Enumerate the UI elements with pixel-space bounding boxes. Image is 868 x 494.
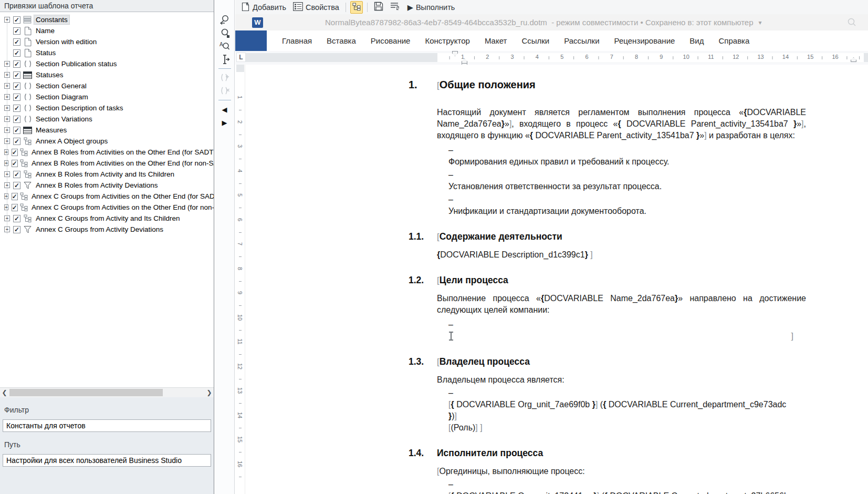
tree-item[interactable]: +✓Statuses [0,69,214,80]
checkbox[interactable]: ✓ [13,105,20,112]
ribbon-tab-конструктор[interactable]: Конструктор [417,36,477,45]
checkbox[interactable]: ✓ [13,83,20,90]
tree-item[interactable]: +✓Annex C Groups from Activity Deviation… [0,224,214,235]
expand-plus-icon[interactable]: + [4,227,10,232]
expand-plus-icon[interactable]: + [4,127,10,133]
search-icon[interactable] [847,17,856,28]
tree-item-label[interactable]: Constants [34,15,69,24]
checkbox[interactable]: ✓ [13,16,20,24]
checkbox[interactable]: ✓ [13,226,20,233]
ribbon-tab-рецензирование[interactable]: Рецензирование [607,36,683,45]
expand-plus-icon[interactable]: + [4,160,8,166]
horizontal-scrollbar[interactable]: ❮ ❯ [0,387,214,397]
tree-item[interactable]: +✓Section Variations [0,114,214,125]
bindings-tree[interactable]: +✓Constants✓Name✓Version with edition✓St… [0,12,214,387]
ribbon-tab-рассылки[interactable]: Рассылки [557,36,606,45]
checkbox[interactable]: ✓ [13,182,20,189]
tree-item-label[interactable]: Annex B Roles from Activities on the Oth… [30,148,214,157]
filter-input[interactable] [3,419,211,432]
tree-item[interactable]: +✓Measures [0,125,214,136]
tree-item-label[interactable]: Annex B Roles from Activities on the Oth… [30,159,214,168]
expand-plus-icon[interactable]: + [4,171,10,177]
nav-forward-icon[interactable]: ▶ [218,116,232,129]
tree-item-label[interactable]: Annex A Object groups [34,137,109,146]
expand-plus-icon[interactable]: + [4,61,10,67]
scroll-right-icon[interactable]: ❯ [205,388,214,397]
search-text-icon[interactable]: A [218,40,232,53]
properties-button[interactable]: Свойства [291,1,341,14]
expand-plus-icon[interactable]: + [4,83,10,89]
ribbon-tab-справка[interactable]: Справка [712,36,757,45]
checkbox[interactable]: ✓ [13,49,20,57]
run-settings-button[interactable] [388,1,403,14]
expand-plus-icon[interactable]: + [4,182,10,188]
tree-item[interactable]: +✓Annex C Groups from Activities on the … [0,202,214,213]
ribbon-tab-ссылки[interactable]: Ссылки [514,36,557,45]
chevron-down-icon[interactable]: ▾ [759,19,762,26]
tree-item[interactable]: ✓Version with edition [0,36,214,47]
checkbox[interactable]: ✓ [13,71,20,79]
tree-item[interactable]: +✓Annex C Groups from Activity and Its C… [0,213,214,224]
tree-item[interactable]: +✓Annex C Groups from Activities on the … [0,191,214,202]
bindings-toggle-button[interactable] [350,1,363,14]
expand-plus-icon[interactable]: + [4,17,10,23]
tree-item-label[interactable]: Section General [34,81,88,90]
file-tab[interactable] [235,30,267,51]
nav-back-icon[interactable]: ◀ [218,103,232,116]
ribbon-tab-рисование[interactable]: Рисование [363,36,418,45]
ribbon-tab-вставка[interactable]: Вставка [319,36,363,45]
document-page[interactable]: 1.[Общие положенияНастоящий документ явл… [245,65,868,494]
checkbox[interactable]: ✓ [13,116,20,123]
tree-item-label[interactable]: Annex C Groups from Activities on the Ot… [30,203,214,212]
tree-item[interactable]: +✓Section Publication status [0,58,214,69]
tree-item[interactable]: +✓Annex A Object groups [0,136,214,147]
tab-selector[interactable]: L [236,53,246,62]
tree-item-label[interactable]: Annex C Groups from Activity Deviations [34,225,165,234]
add-button[interactable]: Добавить [239,1,288,14]
expand-plus-icon[interactable]: + [4,105,10,111]
scrollbar-thumb[interactable] [9,389,163,396]
expand-plus-icon[interactable]: + [4,204,8,210]
tree-item[interactable]: +✓Annex B Roles from Activities on the O… [0,158,214,169]
tree-item-label[interactable]: Annex C Groups from Activity and Its Chi… [34,214,182,223]
tree-item[interactable]: +✓Annex B Roles from Activities on the O… [0,147,214,158]
tree-item[interactable]: +✓Annex B Roles from Activity Deviations [0,180,214,191]
tree-item-label[interactable]: Annex B Roles from Activity and Its Chil… [34,170,176,179]
checkbox[interactable]: ✓ [12,160,18,167]
checkbox[interactable]: ✓ [12,193,18,200]
tree-item[interactable]: +✓Section General [0,80,214,91]
ribbon-tab-главная[interactable]: Главная [275,36,319,45]
tree-item-label[interactable]: Section Variations [34,115,94,124]
run-button[interactable]: ▶ Выполнить [405,2,457,13]
checkbox[interactable]: ✓ [13,138,20,145]
tree-item-label[interactable]: Statuses [34,70,65,79]
tree-item[interactable]: +✓Section Description of tasks [0,102,214,114]
tree-item-label[interactable]: Section Description of tasks [34,104,125,112]
expand-plus-icon[interactable]: + [4,193,8,199]
tree-item-label[interactable]: Measures [34,126,68,135]
tree-item[interactable]: +✓Annex B Roles from Activity and Its Ch… [0,169,214,180]
checkbox[interactable]: ✓ [13,215,20,222]
checkbox[interactable]: ✓ [13,171,20,178]
expand-plus-icon[interactable]: + [4,72,10,78]
cursor-select-icon[interactable] [218,53,232,66]
path-input[interactable] [3,454,211,467]
tree-item-label[interactable]: Status [34,48,57,57]
checkbox[interactable]: ✓ [13,38,20,46]
checkbox[interactable]: ✓ [13,127,20,134]
tree-item-label[interactable]: Version with edition [34,37,98,46]
save-button[interactable] [372,1,385,14]
tree-item[interactable]: +✓Section Diagram [0,91,214,102]
expand-plus-icon[interactable]: + [4,94,10,100]
tree-item[interactable]: ✓Name [0,25,214,36]
checkbox[interactable]: ✓ [13,60,20,68]
checkbox[interactable]: ✓ [13,27,20,35]
tree-item[interactable]: +✓Constants [0,14,214,25]
expand-plus-icon[interactable]: + [4,138,10,144]
expand-plus-icon[interactable]: + [4,149,8,155]
tree-item-label[interactable]: Annex B Roles from Activity Deviations [34,181,160,190]
tree-item-label[interactable]: Section Publication status [34,59,119,68]
tree-item-label[interactable]: Name [34,26,56,35]
checkbox[interactable]: ✓ [13,94,20,101]
tree-item[interactable]: ✓Status [0,47,214,58]
